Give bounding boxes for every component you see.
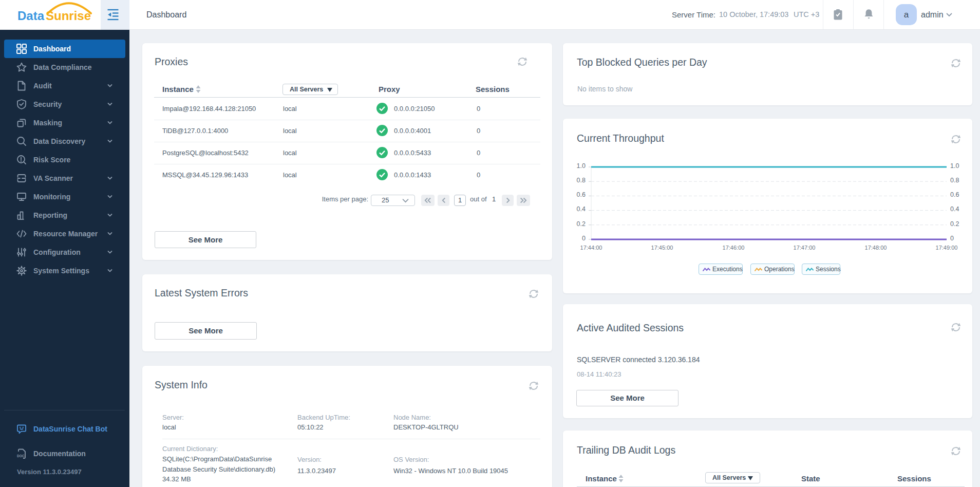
svg-text:DOC: DOC bbox=[17, 454, 25, 458]
svg-text:Data: Data bbox=[17, 9, 45, 23]
svg-text:Sunrise: Sunrise bbox=[46, 9, 91, 23]
